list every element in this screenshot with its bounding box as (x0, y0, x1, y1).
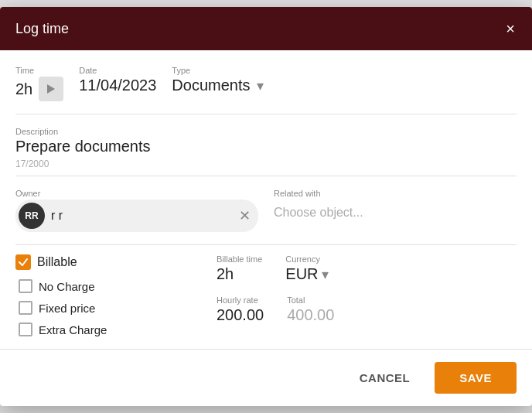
fixed-price-label: Fixed price (39, 302, 95, 315)
date-label: Date (79, 66, 156, 75)
close-button[interactable]: × (504, 19, 517, 38)
type-field-group: Type Documents ▾ (172, 66, 517, 94)
divider-1 (15, 114, 517, 114)
time-value: 2h (15, 80, 32, 98)
avatar-initials: RR (25, 210, 38, 221)
dialog-header: Log time × (0, 7, 532, 50)
date-value: 11/04/2023 (79, 77, 156, 94)
log-time-dialog: Log time × Time 2h Date 11/04/2023 (0, 7, 532, 406)
date-field-group: Date 11/04/2023 (79, 66, 156, 94)
description-label: Description (15, 127, 58, 136)
avatar: RR (19, 203, 45, 229)
hourly-rate-value: 200.00 (217, 306, 264, 324)
divider-3 (15, 244, 517, 245)
description-section: Description (15, 124, 517, 155)
fixed-price-option: Fixed price (19, 301, 201, 315)
dialog-footer: CANCEL SAVE (0, 349, 532, 406)
extra-charge-option: Extra Charge (19, 323, 201, 336)
time-field-group: Time 2h (15, 66, 63, 101)
play-button[interactable] (39, 77, 63, 101)
chevron-down-icon: ▾ (257, 77, 264, 94)
hourly-total-row: Hourly rate 200.00 Total 400.00 (217, 295, 517, 324)
billable-right: Billable time 2h Currency EUR ▾ Hourly r… (201, 254, 517, 336)
save-button[interactable]: SAVE (435, 362, 517, 394)
dialog-body: Time 2h Date 11/04/2023 Type Documen (0, 50, 532, 349)
type-label: Type (172, 66, 517, 75)
billable-time-group: Billable time 2h (217, 254, 262, 283)
billable-time-value: 2h (217, 265, 262, 283)
charge-options: No Charge Fixed price Extra Charge (15, 279, 201, 336)
total-group: Total 400.00 (287, 295, 334, 324)
type-value: Documents (172, 77, 250, 94)
billable-label: Billable (37, 255, 77, 269)
hourly-rate-label: Hourly rate (217, 295, 264, 305)
hourly-rate-group: Hourly rate 200.00 (217, 295, 264, 324)
billable-section: Billable No Charge Fixed price Extra Cha… (15, 254, 517, 349)
currency-chevron-icon: ▾ (322, 266, 329, 283)
total-value: 400.00 (287, 306, 334, 324)
billable-time-currency-row: Billable time 2h Currency EUR ▾ (217, 254, 517, 283)
play-icon (47, 84, 55, 94)
time-row: 2h (15, 77, 63, 101)
cancel-button[interactable]: CANCEL (344, 364, 426, 392)
no-charge-option: No Charge (19, 279, 201, 293)
related-placeholder[interactable]: Choose object... (274, 200, 517, 226)
extra-charge-label: Extra Charge (39, 323, 107, 336)
description-input[interactable] (15, 138, 517, 155)
char-count: 17/2000 (15, 159, 517, 169)
extra-charge-checkbox[interactable] (19, 323, 32, 336)
fixed-price-checkbox[interactable] (19, 301, 32, 315)
clear-owner-button[interactable]: ✕ (239, 209, 251, 223)
currency-label: Currency (285, 254, 328, 264)
currency-group: Currency EUR ▾ (285, 254, 328, 283)
related-section: Related with Choose object... (274, 186, 517, 232)
dialog-title: Log time (15, 21, 69, 37)
billable-left: Billable No Charge Fixed price Extra Cha… (15, 254, 201, 336)
owner-section: Owner RR r r ✕ (15, 186, 258, 232)
top-row: Time 2h Date 11/04/2023 Type Documen (15, 66, 517, 101)
owner-related-row: Owner RR r r ✕ Related with Choose objec… (15, 186, 517, 232)
billable-checkbox[interactable] (15, 254, 31, 270)
checkmark-icon (18, 257, 29, 268)
currency-select[interactable]: EUR ▾ (285, 265, 328, 283)
currency-value: EUR (285, 265, 318, 283)
no-charge-label: No Charge (39, 280, 95, 293)
owner-name: r r (51, 209, 233, 223)
no-charge-checkbox[interactable] (19, 279, 32, 293)
billable-header: Billable (15, 254, 201, 270)
owner-input-wrap: RR r r ✕ (15, 200, 258, 232)
related-label: Related with (274, 189, 321, 198)
owner-label: Owner (15, 189, 40, 198)
divider-2 (15, 176, 517, 176)
time-label: Time (15, 66, 63, 75)
type-select[interactable]: Documents ▾ (172, 77, 517, 94)
billable-time-label: Billable time (217, 254, 262, 264)
total-label: Total (287, 295, 334, 305)
